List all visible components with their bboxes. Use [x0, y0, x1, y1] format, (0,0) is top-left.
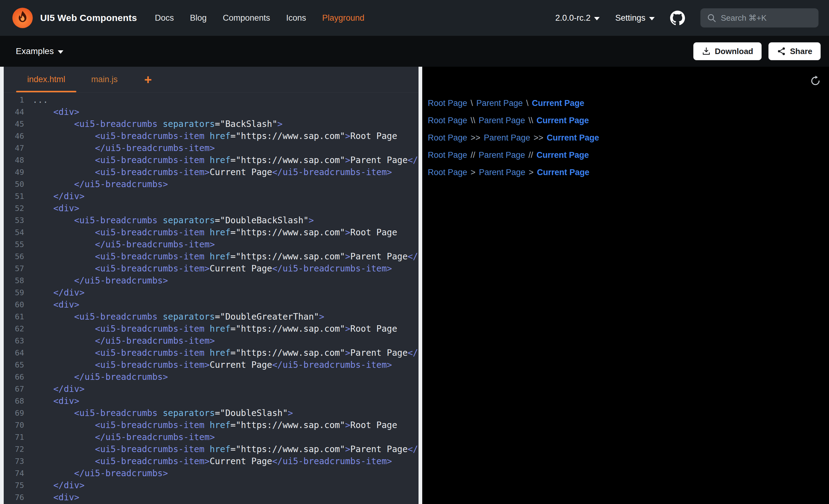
line-number: 76 — [4, 491, 24, 503]
code-lines[interactable]: 1...44 <div>45 <ui5-breadcrumbs separato… — [4, 93, 419, 504]
line-number: 58 — [4, 275, 24, 286]
preview-pane: Root Page\Parent Page\Current PageRoot P… — [422, 67, 829, 504]
code-line: 54 <ui5-breadcrumbs-item href="https://w… — [4, 226, 419, 238]
github-link[interactable] — [670, 10, 685, 25]
download-label: Download — [715, 47, 753, 56]
refresh-button[interactable] — [808, 74, 822, 88]
share-button[interactable]: Share — [768, 42, 821, 60]
code-text: <div> — [24, 106, 79, 118]
code-line: 71 </ui5-breadcrumbs-item> — [4, 431, 419, 443]
search-input[interactable]: Search ⌘+K — [700, 8, 819, 28]
nav-link-icons[interactable]: Icons — [286, 13, 306, 23]
code-text: <ui5-breadcrumbs separators="DoubleGreat… — [24, 311, 324, 323]
line-number: 71 — [4, 431, 24, 443]
line-number: 74 — [4, 467, 24, 479]
code-line: 59 </div> — [4, 286, 419, 299]
code-line: 75 </div> — [4, 479, 419, 491]
line-number: 61 — [4, 311, 24, 323]
refresh-icon — [809, 75, 821, 87]
panel-splitter[interactable] — [419, 67, 422, 504]
code-text: </div> — [24, 479, 85, 491]
code-text: </ui5-breadcrumbs-item> — [24, 335, 215, 347]
code-text: </ui5-breadcrumbs-item> — [24, 238, 215, 250]
breadcrumb-row: Root Page//Parent Page//Current Page — [428, 146, 829, 164]
code-text: <ui5-breadcrumbs-item>Current Page</ui5-… — [24, 455, 392, 467]
main-area: index.html main.js + 1...44 <div>45 <ui5… — [0, 67, 829, 504]
search-placeholder: Search ⌘+K — [721, 13, 766, 23]
breadcrumb-link[interactable]: Parent Page — [476, 99, 523, 108]
code-line: 46 <ui5-breadcrumbs-item href="https://w… — [4, 130, 419, 142]
line-number: 53 — [4, 214, 24, 226]
ui5-logo-icon — [12, 8, 33, 28]
tab-label: index.html — [27, 75, 65, 84]
breadcrumb-link[interactable]: Root Page — [428, 99, 467, 108]
breadcrumb-row: Root Page>>Parent Page>>Current Page — [428, 129, 829, 146]
settings-label: Settings — [615, 13, 645, 23]
tab-index-html[interactable]: index.html — [14, 67, 78, 92]
code-text: <ui5-breadcrumbs-item href="https://www.… — [24, 347, 418, 359]
code-line: 73 <ui5-breadcrumbs-item>Current Page</u… — [4, 455, 419, 467]
code-text: <div> — [24, 395, 79, 407]
line-number: 73 — [4, 455, 24, 467]
code-text: </ui5-breadcrumbs-item> — [24, 431, 215, 443]
nav-link-components[interactable]: Components — [223, 13, 270, 23]
nav-link-playground[interactable]: Playground — [322, 13, 364, 23]
breadcrumb-link[interactable]: Root Page — [428, 133, 467, 143]
code-line: 44 <div> — [4, 106, 419, 118]
line-number: 68 — [4, 395, 24, 407]
code-text: </div> — [24, 383, 85, 395]
tab-main-js[interactable]: main.js — [78, 67, 131, 92]
version-selector[interactable]: 2.0.0-rc.2 — [555, 13, 600, 23]
code-line: 47 </ui5-breadcrumbs-item> — [4, 142, 419, 154]
line-number: 64 — [4, 347, 24, 359]
download-button[interactable]: Download — [693, 42, 762, 60]
code-line: 49 <ui5-breadcrumbs-item>Current Page</u… — [4, 166, 419, 178]
toolbar-right: Download Share — [693, 42, 821, 60]
nav-link-docs[interactable]: Docs — [155, 13, 174, 23]
line-number: 60 — [4, 299, 24, 311]
breadcrumb-link[interactable]: Root Page — [428, 168, 467, 177]
breadcrumb-link[interactable]: Root Page — [428, 116, 467, 125]
line-number: 55 — [4, 238, 24, 250]
breadcrumb-link[interactable]: Root Page — [428, 150, 467, 160]
tab-label: main.js — [91, 75, 118, 84]
code-text: <ui5-breadcrumbs-item href="https://www.… — [24, 419, 397, 431]
line-number: 50 — [4, 178, 24, 190]
breadcrumb-link[interactable]: Parent Page — [479, 116, 525, 125]
add-tab-button[interactable]: + — [136, 67, 160, 92]
code-text: </div> — [24, 190, 85, 202]
breadcrumb-separator: >> — [471, 133, 481, 143]
code-text: <ui5-breadcrumbs-item href="https://www.… — [24, 226, 397, 238]
code-line: 63 </ui5-breadcrumbs-item> — [4, 335, 419, 347]
left-edge-strip — [0, 67, 4, 504]
code-line: 74 </ui5-breadcrumbs> — [4, 467, 419, 479]
line-number: 59 — [4, 286, 24, 299]
code-text: <div> — [24, 202, 79, 214]
breadcrumb-link[interactable]: Parent Page — [479, 168, 525, 177]
breadcrumb-separator: // — [471, 150, 475, 160]
breadcrumb-separator: > — [529, 168, 534, 177]
editor-tabs: index.html main.js + — [4, 67, 419, 93]
breadcrumb-link[interactable]: Parent Page — [484, 133, 530, 143]
breadcrumb-row: Root Page\\Parent Page\\Current Page — [428, 112, 829, 129]
examples-dropdown[interactable]: Examples — [16, 46, 63, 56]
code-line: 58 </ui5-breadcrumbs> — [4, 275, 419, 286]
code-line: 67 </div> — [4, 383, 419, 395]
breadcrumb-link[interactable]: Parent Page — [479, 150, 525, 160]
line-number: 70 — [4, 419, 24, 431]
code-line: 66 </ui5-breadcrumbs> — [4, 371, 419, 383]
code-line: 48 <ui5-breadcrumbs-item href="https://w… — [4, 154, 419, 166]
code-text: </ui5-breadcrumbs> — [24, 467, 168, 479]
breadcrumb-separator: \ — [526, 99, 529, 108]
code-text: </ui5-breadcrumbs> — [24, 371, 168, 383]
code-line: 70 <ui5-breadcrumbs-item href="https://w… — [4, 419, 419, 431]
code-text: <ui5-breadcrumbs-item href="https://www.… — [24, 250, 418, 263]
line-number: 62 — [4, 323, 24, 335]
nav-link-blog[interactable]: Blog — [190, 13, 207, 23]
code-line: 56 <ui5-breadcrumbs-item href="https://w… — [4, 250, 419, 263]
code-text: <ui5-breadcrumbs-item>Current Page</ui5-… — [24, 359, 392, 371]
breadcrumb-separator: \\ — [471, 116, 475, 125]
code-line: 50 </ui5-breadcrumbs> — [4, 178, 419, 190]
brand[interactable]: UI5 Web Components — [12, 8, 137, 28]
settings-menu[interactable]: Settings — [615, 13, 655, 23]
